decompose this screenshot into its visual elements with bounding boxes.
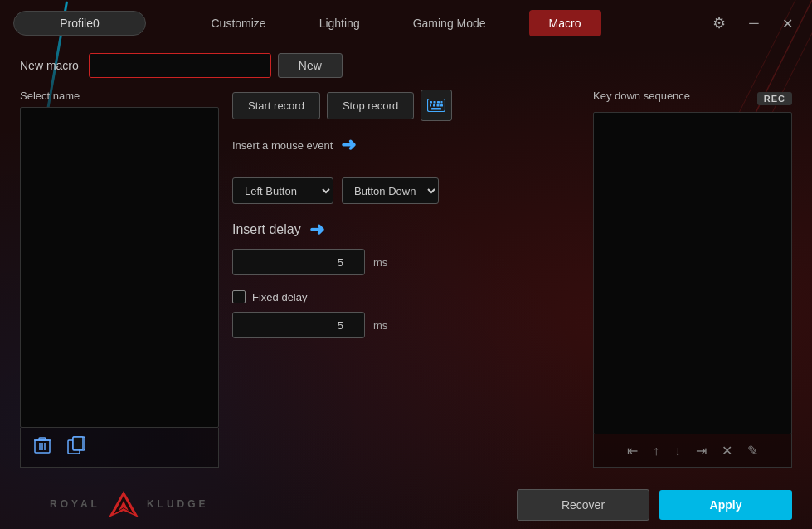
delete-macro-button[interactable] <box>31 434 54 460</box>
fixed-delay-checkbox[interactable] <box>232 290 246 303</box>
seq-last-button[interactable]: ⇥ <box>691 441 712 460</box>
mouse-action-select[interactable]: Button Down Button Up <box>342 177 439 204</box>
apply-button[interactable]: Apply <box>659 490 792 520</box>
right-panel-header: Key down sequence REC <box>593 90 792 107</box>
fixed-delay-value-input[interactable] <box>232 312 365 338</box>
left-panel: Select name <box>20 90 219 468</box>
minimize-button[interactable]: ─ <box>742 12 766 35</box>
insert-mouse-event-section: Insert a mouse event ➜ <box>232 134 580 171</box>
insert-delay-header: Insert delay ➜ <box>232 219 580 240</box>
mouse-button-select[interactable]: Left Button Middle Button Right Button <box>232 177 333 204</box>
new-macro-label: New macro <box>20 59 79 72</box>
mouse-event-header: Insert a mouse event ➜ <box>232 134 580 156</box>
mouse-event-dropdowns: Left Button Middle Button Right Button B… <box>232 177 580 204</box>
title-bar: Profile0 Customize Lighting Gaming Mode … <box>0 0 812 46</box>
record-row: Start record Stop record <box>232 90 580 121</box>
copy-macro-button[interactable] <box>64 434 89 460</box>
close-button[interactable]: ✕ <box>776 12 799 35</box>
insert-delay-label: Insert delay <box>232 222 301 237</box>
seq-down-button[interactable]: ↓ <box>669 441 686 460</box>
delay-input-row: ms <box>232 249 580 275</box>
svg-rect-21 <box>431 108 441 110</box>
select-name-label: Select name <box>20 90 219 102</box>
svg-rect-16 <box>441 101 443 104</box>
settings-button[interactable]: ⚙ <box>706 10 732 36</box>
main-grid: Select name <box>20 90 792 468</box>
insert-delay-section: Insert delay ➜ ms <box>232 219 580 275</box>
mouse-event-arrow-icon: ➜ <box>341 134 356 156</box>
content-area: New macro New Select name <box>0 46 812 481</box>
nav-tabs: Customize Lighting Gaming Mode Macro <box>96 10 706 36</box>
tab-customize[interactable]: Customize <box>201 10 275 36</box>
svg-rect-14 <box>434 101 436 104</box>
new-macro-row: New macro New <box>20 53 792 78</box>
macro-list[interactable] <box>20 107 219 428</box>
tab-lighting[interactable]: Lighting <box>309 10 370 36</box>
fixed-delay-unit-label: ms <box>373 319 387 332</box>
svg-rect-19 <box>437 104 440 107</box>
right-panel: Key down sequence REC ⇤ ↑ ↓ ⇥ ✕ ✎ <box>593 90 792 468</box>
insert-delay-arrow-icon: ➜ <box>309 219 324 240</box>
macro-name-input[interactable] <box>89 53 271 78</box>
seq-up-button[interactable]: ↑ <box>648 441 664 460</box>
svg-rect-11 <box>73 437 83 449</box>
fixed-delay-row: Fixed delay <box>232 290 580 303</box>
tab-macro[interactable]: Macro <box>529 10 601 36</box>
seq-delete-button[interactable]: ✕ <box>717 441 737 460</box>
fixed-delay-input-row: ms <box>232 312 580 338</box>
fixed-delay-label: Fixed delay <box>252 291 307 303</box>
insert-mouse-event-label: Insert a mouse event <box>232 139 333 152</box>
seq-edit-button[interactable]: ✎ <box>742 441 763 460</box>
tab-gaming-mode[interactable]: Gaming Mode <box>403 10 496 36</box>
list-actions <box>20 428 219 468</box>
sequence-actions: ⇤ ↑ ↓ ⇥ ✕ ✎ <box>593 434 792 468</box>
seq-first-button[interactable]: ⇤ <box>622 441 643 460</box>
start-record-button[interactable]: Start record <box>232 92 320 119</box>
key-sequence-area[interactable] <box>593 112 792 434</box>
new-macro-button[interactable]: New <box>278 53 343 78</box>
window-controls: ⚙ ─ ✕ <box>706 10 799 36</box>
middle-panel: Start record Stop record <box>232 90 580 468</box>
svg-rect-18 <box>433 104 435 107</box>
svg-rect-15 <box>437 101 440 104</box>
svg-rect-17 <box>430 104 431 107</box>
key-down-sequence-label: Key down sequence <box>593 90 690 102</box>
bottom-bar: Recover Apply <box>0 481 812 529</box>
recover-button[interactable]: Recover <box>517 489 649 521</box>
svg-rect-13 <box>430 101 432 104</box>
delay-value-input[interactable] <box>232 249 365 275</box>
svg-rect-20 <box>440 104 443 107</box>
keyboard-icon-button[interactable] <box>421 90 452 121</box>
stop-record-button[interactable]: Stop record <box>327 92 414 119</box>
delay-unit-label: ms <box>373 256 387 269</box>
rec-badge: REC <box>757 92 792 105</box>
